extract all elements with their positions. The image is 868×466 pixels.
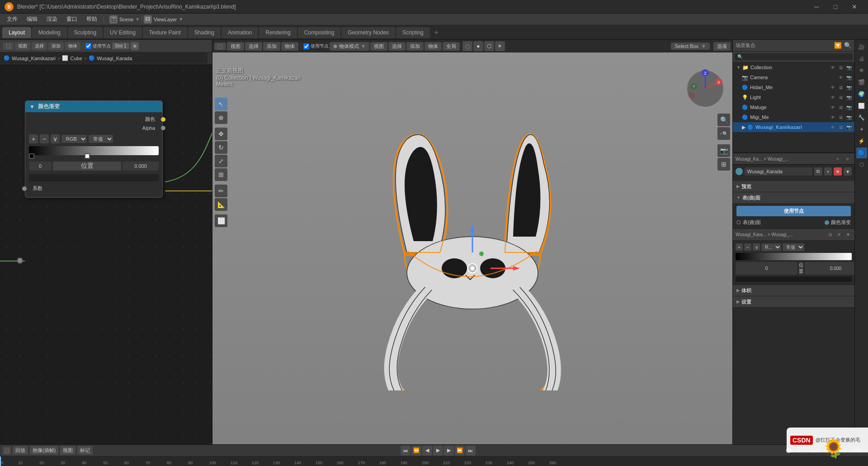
matuge-render-button[interactable]: 📷 <box>845 104 853 111</box>
zoom-in-button[interactable]: 🔍 <box>717 114 730 126</box>
select-box-indicator[interactable]: Select Box ▼ <box>671 43 710 50</box>
node-add-stop-button[interactable]: + <box>29 134 38 143</box>
shader-gradient-bar[interactable] <box>736 253 852 260</box>
tab-texturepaint[interactable]: Texture Paint <box>143 27 187 38</box>
outliner-item-hidari-me[interactable]: 🔵 Hidari_Me 👁 🖥 📷 <box>733 82 854 92</box>
properties-options-button[interactable]: ≡ <box>844 155 852 163</box>
panel-resize-handle[interactable] <box>208 52 212 64</box>
shader-add-button[interactable]: + <box>736 243 743 251</box>
wusagi-render-button[interactable]: 📷 <box>845 124 853 131</box>
tab-geometrynodes[interactable]: Geometry Nodes <box>341 27 395 38</box>
gradient-stop-white[interactable] <box>85 153 90 159</box>
breadcrumb-item-2[interactable]: Cube <box>70 56 82 61</box>
material-name-input[interactable] <box>745 167 812 176</box>
node-remove-stop-button[interactable]: − <box>40 134 49 143</box>
outliner-item-migi-me[interactable]: 🔵 Migi_Me 👁 🖥 📷 <box>733 112 854 122</box>
menu-file[interactable]: 文件 <box>2 14 22 24</box>
input-fac-socket[interactable] <box>22 186 27 191</box>
viewport-mode-dropdown[interactable]: ⊕ 物体模式 ▼ <box>330 42 369 51</box>
tab-shading[interactable]: Shading <box>188 27 221 38</box>
menu-render[interactable]: 渲染 <box>42 14 62 24</box>
tab-animation[interactable]: Animation <box>222 27 258 38</box>
menu-window[interactable]: 窗口 <box>62 14 82 24</box>
particle-props-button[interactable]: ✦ <box>856 124 867 135</box>
tab-compositing[interactable]: Compositing <box>298 27 341 38</box>
light-viewport-button[interactable]: 🖥 <box>837 94 844 101</box>
use-nodes-checkbox2[interactable]: 使用节点 <box>303 43 329 49</box>
markers-menu[interactable]: 标记 <box>77 446 93 455</box>
settings-header[interactable]: ▶ 设置 <box>733 296 854 307</box>
viewport-object2-menu[interactable]: 物体 <box>425 42 442 51</box>
outliner-search-button[interactable]: 🔍 <box>844 42 852 50</box>
migime-viewport-button[interactable]: 🖥 <box>837 114 844 121</box>
viewport-content[interactable]: 正交前视图 (0) Collection | Wusagi_Kamikazari… <box>212 52 732 444</box>
viewport-add2-menu[interactable]: 添加 <box>406 42 424 51</box>
viewport-toggle-button[interactable]: ⬚ <box>214 43 226 50</box>
next-keyframe-button[interactable]: ▶ <box>444 446 454 456</box>
navigation-gizmo[interactable]: X Y Z <box>685 68 726 109</box>
use-nodes-checkbox[interactable]: 使用节点 <box>85 43 111 49</box>
node-editor-canvas[interactable]: ▼ 颜色渐变 颜色 Alpha <box>0 64 212 444</box>
shader-interp-select[interactable]: 常值 <box>783 243 804 251</box>
material-props-button[interactable]: 🔵 <box>856 147 867 158</box>
modifier-props-button[interactable]: 🔧 <box>856 112 867 123</box>
render-toggle[interactable]: ☀ <box>495 41 505 51</box>
tab-modeling[interactable]: Modeling <box>32 27 67 38</box>
shader-type-select[interactable]: R... <box>761 243 781 251</box>
shader-position-input[interactable] <box>805 262 854 275</box>
select-tool[interactable]: ↖ <box>215 98 227 110</box>
solid-toggle[interactable]: ● <box>473 41 483 51</box>
slot-options-button[interactable]: ⊕ <box>131 42 139 50</box>
output-alpha-socket[interactable] <box>161 126 165 130</box>
node-position-input[interactable] <box>123 162 159 171</box>
material-remove-button[interactable]: ✕ <box>834 167 842 176</box>
grid-view-button[interactable]: ⊞ <box>717 158 730 171</box>
tab-layout[interactable]: Layout <box>2 27 31 38</box>
node-select-menu[interactable]: 选择 <box>32 42 47 50</box>
wireframe-toggle[interactable]: ◌ <box>462 41 472 51</box>
node-editor-toggle[interactable]: ⬚ <box>3 42 14 50</box>
cursor-tool[interactable]: ⊕ <box>215 111 227 124</box>
output-props-button[interactable]: 🖨 <box>856 53 867 64</box>
shader-remove-button[interactable]: − <box>744 243 751 251</box>
shader-expand-button[interactable]: ∨ <box>753 243 760 251</box>
jump-end-button[interactable]: ⏭ <box>466 446 476 456</box>
zoom-out-button[interactable]: −🔍 <box>717 127 730 140</box>
material-new-button[interactable]: + <box>824 167 832 176</box>
light-render-button[interactable]: 📷 <box>845 94 853 101</box>
collection-render-button[interactable]: 📷 <box>845 64 853 71</box>
fac-dot-node[interactable] <box>17 257 23 264</box>
tab-scripting[interactable]: Scripting <box>396 27 430 38</box>
shader-options-button[interactable]: ▼ <box>844 231 852 238</box>
properties-add-button[interactable]: + <box>834 155 842 163</box>
hidarime-render-button[interactable]: 📷 <box>845 84 853 91</box>
wusagi-hide-button[interactable]: 👁 <box>829 124 836 131</box>
collection-hide-button[interactable]: 👁 <box>829 64 836 71</box>
timeline-toggle-button[interactable]: ⬚ <box>3 447 11 455</box>
viewport-add-menu[interactable]: 添加 <box>263 42 280 51</box>
preview-section-header[interactable]: ▶ 预览 <box>733 181 854 192</box>
view-props-button[interactable]: 👁 <box>856 65 867 76</box>
material-options-button[interactable]: ▼ <box>844 167 852 176</box>
collection-viewport-button[interactable]: 🖥 <box>837 64 844 71</box>
playback-menu[interactable]: 回放 <box>13 446 28 455</box>
render-props-button[interactable]: 🎥 <box>856 42 867 52</box>
timeline-track[interactable]: 0 10 20 30 40 50 60 70 80 90 100 110 120… <box>0 456 868 466</box>
timeline-view-menu[interactable]: 视图 <box>60 446 75 455</box>
migime-hide-button[interactable]: 👁 <box>829 114 836 121</box>
prev-frame-button[interactable]: ⏪ <box>411 446 421 456</box>
viewport-select2-menu[interactable]: 选择 <box>388 42 406 51</box>
world-props-button[interactable]: 🌍 <box>856 89 867 100</box>
camera-view-button[interactable]: 📷 <box>717 144 730 157</box>
interpolation-menu[interactable]: 抱像(插帧) <box>30 446 58 455</box>
outliner-item-collection[interactable]: ▼ 📁 Collection 👁 🖥 📷 <box>733 62 854 72</box>
light-hide-button[interactable]: 👁 <box>829 94 836 101</box>
breadcrumb-item-3[interactable]: Wusagi_Karada <box>97 56 132 61</box>
node-add-menu[interactable]: 添加 <box>48 42 64 50</box>
next-frame-button[interactable]: ⏩ <box>455 446 465 456</box>
scale-tool[interactable]: ⤢ <box>215 155 227 167</box>
data-props-button[interactable]: ⬡ <box>856 159 867 170</box>
node-interpolation-select[interactable]: 常值 <box>89 135 113 143</box>
scene-name[interactable]: Scene <box>119 17 133 22</box>
tab-sculpting[interactable]: Sculpting <box>68 27 103 38</box>
